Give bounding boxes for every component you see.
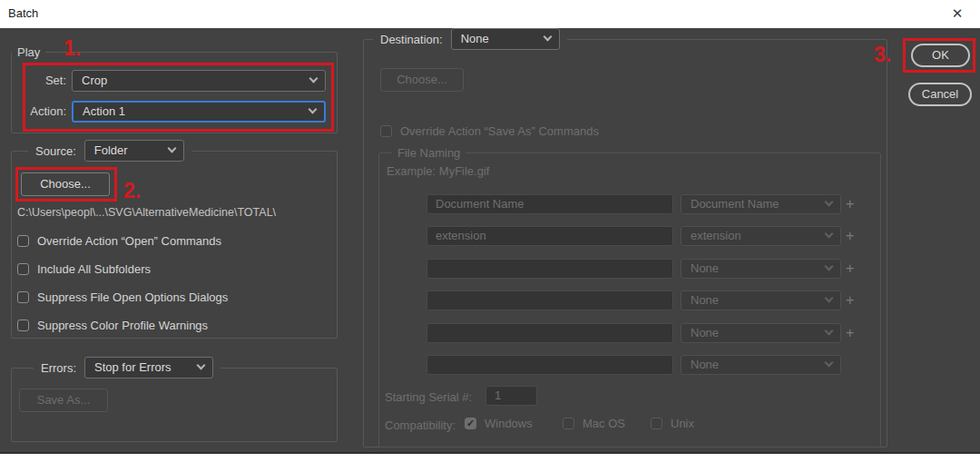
chevron-down-icon <box>825 327 834 336</box>
naming-select-3: None <box>681 259 841 279</box>
action-select[interactable]: Action 1 <box>72 101 326 123</box>
chevron-down-icon <box>825 230 834 239</box>
play-group: Play Set: Crop Action: Action 1 <box>11 52 338 133</box>
ok-button[interactable]: OK <box>911 44 970 67</box>
compat-windows-checkbox: ✓ <box>465 418 476 429</box>
destination-select[interactable]: None <box>451 28 560 50</box>
chevron-down-icon <box>197 361 206 370</box>
file-naming-group: File Naming Example: MyFile.gif Document… <box>378 152 881 447</box>
naming-select-4: None <box>681 290 841 310</box>
destination-select-value: None <box>461 32 489 45</box>
title-bar: Batch ✕ <box>0 0 980 28</box>
set-label: Set: <box>12 70 66 92</box>
window-title: Batch <box>8 0 38 27</box>
naming-select-4-value: None <box>691 293 719 307</box>
override-open-checkbox-row[interactable]: Override Action “Open” Commands <box>17 234 221 248</box>
destination-choose-button: Choose... <box>380 68 464 92</box>
starting-serial-input: 1 <box>485 386 537 406</box>
dialog-body: Play Set: Crop Action: Action 1 Source: … <box>0 28 980 454</box>
file-naming-label: File Naming <box>392 145 466 161</box>
compat-unix-label: Unix <box>671 417 694 430</box>
plus-icon: + <box>846 326 854 340</box>
override-saveas-label: Override Action “Save As” Commands <box>400 124 599 138</box>
chevron-down-icon <box>309 74 318 84</box>
plus-icon: + <box>846 197 854 211</box>
override-saveas-checkbox <box>380 125 392 137</box>
chevron-down-icon <box>825 294 834 303</box>
suppress-warnings-label: Suppress Color Profile Warnings <box>37 319 208 332</box>
include-subfolders-label: Include All Subfolders <box>37 262 151 276</box>
errors-legend: Errors: Stop for Errors <box>34 357 220 379</box>
source-path: C:\Users\peopl\...\SVG\AlternativeMedici… <box>17 206 276 219</box>
source-type-select[interactable]: Folder <box>84 140 184 162</box>
compat-unix-row: Unix <box>651 417 694 430</box>
compat-mac-label: Mac OS <box>583 417 625 430</box>
action-label: Action: <box>12 101 66 123</box>
naming-field-3 <box>426 259 673 279</box>
naming-field-1: Document Name <box>426 194 673 214</box>
checkmark-icon: ✓ <box>466 418 475 428</box>
source-choose-button[interactable]: Choose... <box>21 172 110 196</box>
action-select-value: Action 1 <box>83 104 125 118</box>
naming-select-5-value: None <box>691 326 719 339</box>
naming-select-2: extension <box>681 226 841 246</box>
override-open-checkbox[interactable] <box>17 235 29 247</box>
naming-select-2-value: extension <box>691 229 741 242</box>
destination-legend: Destination: None <box>373 28 567 50</box>
source-legend: Source: Folder <box>28 140 191 162</box>
naming-select-3-value: None <box>691 261 719 275</box>
suppress-warnings-checkbox-row[interactable]: Suppress Color Profile Warnings <box>17 319 208 332</box>
chevron-down-icon <box>309 105 318 114</box>
naming-select-5: None <box>681 323 841 343</box>
naming-select-1: Document Name <box>681 194 841 214</box>
compatibility-label: Compatibility: <box>385 418 456 432</box>
suppress-dialogs-label: Suppress File Open Options Dialogs <box>37 290 228 304</box>
plus-icon: + <box>846 293 854 308</box>
suppress-dialogs-checkbox-row[interactable]: Suppress File Open Options Dialogs <box>17 290 228 304</box>
play-group-label: Play <box>12 44 45 60</box>
suppress-warnings-checkbox[interactable] <box>17 320 29 331</box>
chevron-down-icon <box>543 33 552 42</box>
naming-field-2: extension <box>426 226 673 246</box>
naming-select-6-value: None <box>691 358 719 371</box>
close-button[interactable]: ✕ <box>942 0 973 27</box>
naming-select-1-value: Document Name <box>691 197 779 211</box>
compat-unix-checkbox <box>651 418 662 429</box>
source-group: Source: Folder Choose... C:\Users\peopl\… <box>11 151 338 339</box>
batch-dialog: Batch ✕ Play Set: Crop Action: Action 1 … <box>0 0 980 472</box>
errors-group: Errors: Stop for Errors Save As... <box>11 368 338 442</box>
compat-mac-checkbox <box>563 418 574 429</box>
suppress-dialogs-checkbox[interactable] <box>17 291 29 303</box>
cancel-button[interactable]: Cancel <box>908 83 972 106</box>
starting-serial-label: Starting Serial #: <box>385 388 472 408</box>
naming-field-5 <box>426 323 673 343</box>
save-as-button: Save As... <box>19 388 108 412</box>
naming-field-6 <box>426 355 673 375</box>
plus-icon: + <box>846 261 854 276</box>
errors-select[interactable]: Stop for Errors <box>84 357 213 379</box>
naming-field-4 <box>426 290 673 310</box>
override-saveas-checkbox-row: Override Action “Save As” Commands <box>380 124 599 138</box>
file-naming-example: Example: MyFile.gif <box>387 164 489 178</box>
source-label: Source: <box>35 144 76 158</box>
plus-icon: + <box>846 229 854 243</box>
source-type-value: Folder <box>94 143 128 157</box>
naming-select-6: None <box>681 355 841 375</box>
errors-label: Errors: <box>41 361 76 375</box>
set-select[interactable]: Crop <box>72 70 326 92</box>
chevron-down-icon <box>825 262 834 271</box>
destination-label: Destination: <box>380 33 443 46</box>
chevron-down-icon <box>167 144 176 153</box>
compat-mac-row: Mac OS <box>563 417 625 430</box>
override-open-label: Override Action “Open” Commands <box>37 234 221 248</box>
set-select-value: Crop <box>82 74 107 87</box>
include-subfolders-checkbox[interactable] <box>17 263 29 275</box>
close-icon: ✕ <box>952 5 964 21</box>
include-subfolders-checkbox-row[interactable]: Include All Subfolders <box>17 262 151 276</box>
compat-windows-row: ✓ Windows <box>465 417 533 430</box>
errors-select-value: Stop for Errors <box>94 360 172 374</box>
chevron-down-icon <box>825 359 834 368</box>
chevron-down-icon <box>825 198 834 207</box>
compat-windows-label: Windows <box>485 417 533 430</box>
destination-group: Destination: None Choose... Override Act… <box>363 39 887 447</box>
